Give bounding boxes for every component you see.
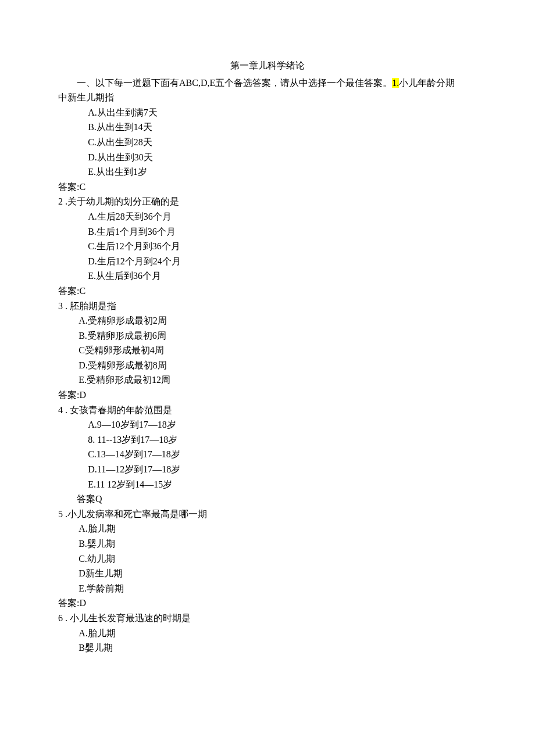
q5-stem: 5 .小儿发病率和死亡率最高是哪一期 <box>58 507 477 522</box>
q6-option-a: A.胎儿期 <box>79 626 477 641</box>
q1-stem-tail: 中新生儿期指 <box>58 90 477 105</box>
q4-option-a: A.9—10岁到17—18岁 <box>88 417 477 432</box>
q5-option-b: B.婴儿期 <box>79 536 477 551</box>
q1-option-e: E.从出生到1岁 <box>88 164 477 180</box>
q5-options: A.胎儿期 B.婴儿期 C.幼儿期 D新生儿期 E.学龄前期 <box>79 521 477 596</box>
q4-option-c: C.13—14岁到17—18岁 <box>88 447 477 462</box>
q3-option-e: E.受精卵形成最初12周 <box>79 372 477 388</box>
q4-option-b: 8. 11--13岁到17—18岁 <box>88 432 477 447</box>
q4-stem: 4 . 女孩青春期的年龄范围是 <box>58 403 477 418</box>
q2-options: A.生后28天到36个月 B.生后1个月到36个月 C.生后12个月到36个月 … <box>88 209 477 284</box>
q2-option-a: A.生后28天到36个月 <box>88 209 477 224</box>
q2-stem: 2 .关于幼儿期的划分正确的是 <box>58 194 477 209</box>
q3-answer: 答案:D <box>58 388 477 403</box>
q2-option-b: B.生后1个月到36个月 <box>88 224 477 239</box>
q3-option-b: B.受精卵形成最初6周 <box>79 328 477 343</box>
q1-option-b: B.从出生到14天 <box>88 120 477 135</box>
q4-options: A.9—10岁到17—18岁 8. 11--13岁到17—18岁 C.13—14… <box>88 417 477 492</box>
q1-answer: 答案:C <box>58 180 477 195</box>
page: 第一章儿科学绪论 一、以下每一道题下面有ABC,D,E五个备选答案，请从中选择一… <box>0 0 535 756</box>
q2-option-c: C.生后12个月到36个月 <box>88 239 477 254</box>
intro-line: 一、以下每一道题下面有ABC,D,E五个备选答案，请从中选择一个最佳答案。1.小… <box>58 76 477 91</box>
q4-answer: 答案Q <box>77 492 477 507</box>
q6-option-b: B婴儿期 <box>79 640 477 655</box>
q2-option-e: E.从生后到36个月 <box>88 268 477 284</box>
q5-option-c: C.幼儿期 <box>79 551 477 567</box>
q3-option-d: D.受精卵形成最初8周 <box>79 358 477 373</box>
q5-option-d: D新生儿期 <box>79 566 477 581</box>
q1-options: A.从出生到满7天 B.从出生到14天 C.从出生到28天 D.从出生到30天 … <box>88 105 477 180</box>
q6-stem: 6 . 小儿生长发育最迅速的时期是 <box>58 611 477 626</box>
q3-options: A.受精卵形成最初2周 B.受精卵形成最初6周 C受精卵形成最初4周 D.受精卵… <box>79 313 477 388</box>
intro-suffix: 小儿年龄分期 <box>399 78 455 88</box>
q4-option-e: E.11 12岁到14—15岁 <box>88 477 477 492</box>
q1-number-highlight: 1. <box>392 78 399 88</box>
intro-prefix: 一、以下每一道题下面有ABC,D,E五个备选答案，请从中选择一个最佳答案。 <box>77 78 392 88</box>
q2-answer: 答案:C <box>58 284 477 299</box>
q5-option-e: E.学龄前期 <box>79 581 477 596</box>
q3-option-c: C受精卵形成最初4周 <box>79 343 477 358</box>
q1-option-d: D.从出生到30天 <box>88 150 477 165</box>
q2-option-d: D.生后12个月到24个月 <box>88 254 477 269</box>
q6-options: A.胎儿期 B婴儿期 <box>79 626 477 655</box>
q1-option-a: A.从出生到满7天 <box>88 105 477 120</box>
q3-option-a: A.受精卵形成最初2周 <box>79 313 477 328</box>
q3-stem: 3 . 胚胎期是指 <box>58 299 477 314</box>
q1-option-c: C.从出生到28天 <box>88 135 477 150</box>
q5-answer: 答案:D <box>58 596 477 611</box>
q5-option-a: A.胎儿期 <box>79 521 477 536</box>
chapter-title: 第一章儿科学绪论 <box>58 58 477 73</box>
q4-option-d: D.11—12岁到17—18岁 <box>88 462 477 477</box>
